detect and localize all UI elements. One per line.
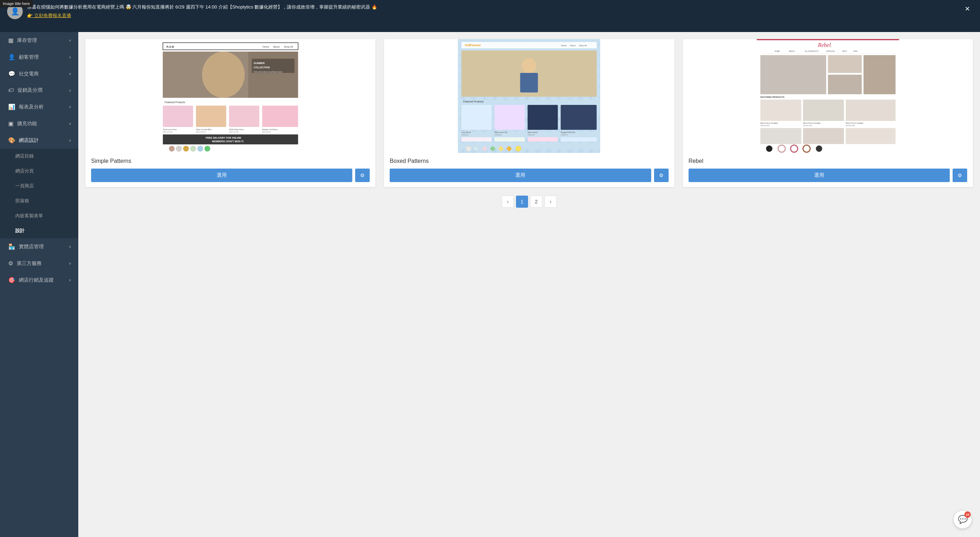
theme-card-boxed-patterns: KidFavour Home About Shop All Featured P… <box>384 39 674 187</box>
theme-card-rebel: Rebel HOME ABOUT ALL PRODUCTS POPULAR HA… <box>683 39 973 187</box>
sidebar-subitem-design[interactable]: 設計 <box>0 223 78 238</box>
sidebar-item-third-party[interactable]: ⚙ 第三方服務 ∨ <box>0 255 78 272</box>
settings-button-rebel[interactable]: ⚙ <box>953 168 967 182</box>
svg-rect-91 <box>803 100 844 121</box>
svg-rect-67 <box>528 137 558 141</box>
social-arrow: ∨ <box>69 72 71 76</box>
extend-arrow: ∨ <box>69 122 71 126</box>
theme-info-rebel: Rebel 選用 ⚙ <box>683 153 973 187</box>
svg-text:FREE DELIVERY FOR ONLINE: FREE DELIVERY FOR ONLINE <box>206 137 242 139</box>
svg-text:USD24.0: USD24.0 <box>561 134 568 136</box>
svg-point-102 <box>765 145 773 152</box>
svg-text:Home: Home <box>561 44 567 46</box>
svg-rect-68 <box>561 137 597 141</box>
svg-text:HKS30,000: HKS30,000 <box>803 124 812 127</box>
sidebar-item-promo[interactable]: 🏷 促銷及分潤 ∨ <box>0 82 78 99</box>
theme-actions-simple-patterns: 選用 ⚙ <box>91 168 370 182</box>
sidebar-subitem-one-page[interactable]: 一頁商店 <box>0 178 78 194</box>
apply-button-simple-patterns[interactable]: 選用 <box>91 168 352 182</box>
sidebar-subitem-page[interactable]: 網店分頁 <box>0 164 78 178</box>
announcement-text: 你還在煩惱如何將數據分析應用在電商經營上嗎 🤯 六月報你知直播將於 6/29 週… <box>27 3 377 11</box>
svg-point-50 <box>522 58 536 74</box>
settings-button-boxed-patterns[interactable]: ⚙ <box>654 168 669 182</box>
sidebar-label-store-design: 網店設計 <box>19 137 39 144</box>
third-party-arrow: ∨ <box>69 261 71 265</box>
sidebar-item-social[interactable]: 💬 社交電商 ∨ <box>0 65 78 82</box>
subitem-label-blog: 部落格 <box>15 198 29 204</box>
svg-text:Featured Products: Featured Products <box>165 101 185 103</box>
svg-point-69 <box>466 146 471 151</box>
svg-text:About: About <box>570 44 576 46</box>
svg-rect-100 <box>803 128 844 144</box>
sidebar-label-physical: 實體店管理 <box>19 244 44 250</box>
svg-text:HKS39,000: HKS39,000 <box>760 124 769 127</box>
sidebar-item-customer[interactable]: 👤 顧客管理 ∨ <box>0 49 78 65</box>
svg-text:Featured Products: Featured Products <box>463 100 484 103</box>
sidebar-item-inventory[interactable]: ▦ 庫存管理 ∨ <box>0 32 78 49</box>
svg-text:Luca Shorts: Luca Shorts <box>461 131 471 133</box>
svg-rect-44 <box>461 42 597 48</box>
promo-arrow: ∨ <box>69 89 71 92</box>
sidebar-subitem-catalog[interactable]: 網店目錄 <box>0 149 78 164</box>
svg-text:About: About <box>273 46 280 48</box>
theme-actions-rebel: 選用 ⚙ <box>689 168 967 182</box>
sidebar-item-extend[interactable]: ▣ 擴充功能 ∨ <box>0 115 78 132</box>
sidebar-label-promo: 促銷及分潤 <box>18 87 42 94</box>
apply-button-boxed-patterns[interactable]: 選用 <box>390 168 651 182</box>
svg-text:SUMMER: SUMMER <box>254 62 265 64</box>
svg-text:HKS 121.00: HKS 121.00 <box>163 131 173 133</box>
sidebar-item-physical[interactable]: 🏪 實體店管理 ∨ <box>0 238 78 255</box>
promo-icon: 🏷 <box>8 87 14 94</box>
svg-text:ABOUT: ABOUT <box>789 50 795 52</box>
third-party-icon: ⚙ <box>8 260 13 267</box>
theme-info-boxed-patterns: Boxed Patterns 選用 ⚙ <box>384 153 674 187</box>
svg-rect-14 <box>196 106 226 127</box>
sidebar-subitem-embed-form[interactable]: 內嵌客製表單 <box>0 208 78 223</box>
settings-button-simple-patterns[interactable]: ⚙ <box>355 168 370 182</box>
theme-preview-simple-patterns: R.S.B Home About Shop All SUMMER COLLECT… <box>85 39 375 153</box>
store-design-icon: 🎨 <box>8 137 15 144</box>
sidebar-item-report[interactable]: 📊 報表及分析 ∨ <box>0 99 78 115</box>
svg-text:TOPS: TOPS <box>853 50 858 52</box>
theme-card-simple-patterns: R.S.B Home About Shop All SUMMER COLLECT… <box>85 39 375 187</box>
svg-text:Floral Lace Dress: Floral Lace Dress <box>163 129 177 130</box>
sidebar-subitem-blog[interactable]: 部落格 <box>0 194 78 208</box>
sidebar-label-third-party: 第三方服務 <box>17 260 41 267</box>
pagination-prev[interactable]: ‹ <box>502 195 514 208</box>
svg-text:Rugged Polo Shirt: Rugged Polo Shirt <box>561 131 575 133</box>
svg-text:COLLECTION: COLLECTION <box>254 66 270 68</box>
svg-rect-85 <box>760 55 826 94</box>
svg-rect-65 <box>461 137 492 141</box>
svg-text:Ruffle Stripe Dress: Ruffle Stripe Dress <box>229 129 244 130</box>
theme-preview-boxed-patterns: KidFavour Home About Shop All Featured P… <box>384 39 674 153</box>
sidebar-item-marketing[interactable]: 🎯 網店行銷及追蹤 ∨ <box>0 272 78 288</box>
sidebar-label-social: 社交電商 <box>19 71 39 77</box>
svg-rect-13 <box>163 106 193 127</box>
svg-text:FEATURED PRODUCTS: FEATURED PRODUCTS <box>760 96 784 98</box>
pagination-page-1[interactable]: 1 <box>516 195 528 208</box>
pagination-page-2[interactable]: 2 <box>530 195 542 208</box>
sidebar: ▦ 庫存管理 ∨ 👤 顧客管理 ∨ 💬 社交電商 ∨ 🏷 促銷及分潤 <box>0 32 78 537</box>
chat-badge: 10 <box>964 512 971 518</box>
svg-text:USD24.0: USD24.0 <box>461 134 469 136</box>
svg-text:USD28.0: USD28.0 <box>528 134 535 136</box>
customer-icon: 👤 <box>8 54 15 60</box>
svg-text:POPULAR: POPULAR <box>826 50 834 52</box>
announcement-close-button[interactable]: ✕ <box>962 3 973 14</box>
announcement-link[interactable]: 👉 立刻免費報名直播 <box>27 13 377 19</box>
content-area: R.S.B Home About Shop All SUMMER COLLECT… <box>78 32 980 537</box>
chat-button[interactable]: 💬 10 <box>954 511 972 529</box>
report-icon: 📊 <box>8 103 15 110</box>
svg-rect-92 <box>845 100 895 121</box>
apply-button-rebel[interactable]: 選用 <box>689 168 950 182</box>
marketing-arrow: ∨ <box>69 278 71 282</box>
extend-icon: ▣ <box>8 120 14 127</box>
pagination-next[interactable]: › <box>544 195 557 208</box>
svg-rect-90 <box>760 100 801 121</box>
sidebar-item-store-design[interactable]: 🎨 網店設計 ∧ <box>0 132 78 149</box>
svg-rect-51 <box>520 73 538 92</box>
svg-rect-86 <box>828 55 862 73</box>
svg-point-7 <box>202 52 245 98</box>
svg-point-105 <box>803 145 810 152</box>
sidebar-label-customer: 顧客管理 <box>19 54 39 60</box>
